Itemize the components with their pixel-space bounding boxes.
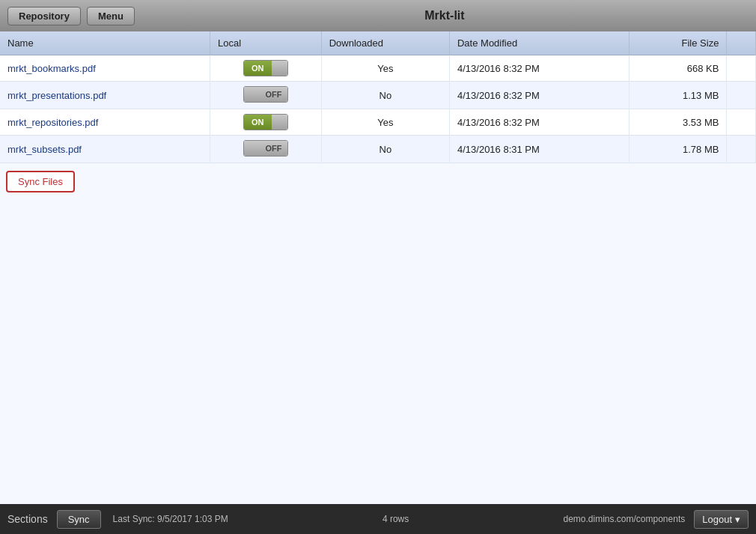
toggle-button[interactable]: ON: [243, 114, 288, 130]
cell-name: mrkt_subsets.pdf: [0, 136, 210, 163]
toggle-circle: [272, 61, 287, 76]
cell-extra: [727, 55, 756, 82]
cell-extra: [727, 109, 756, 136]
toggle-circle: [244, 87, 260, 102]
toggle-off-label: OFF: [260, 87, 287, 102]
repository-button[interactable]: Repository: [7, 7, 81, 25]
table-row: mrkt_repositories.pdf ON Yes4/13/2016 8:…: [0, 109, 756, 136]
footer-sync-button[interactable]: Sync: [57, 510, 101, 529]
col-date-modified: Date Modified: [449, 31, 629, 55]
toggle-button[interactable]: OFF: [243, 140, 288, 157]
cell-file-size: 668 KB: [630, 55, 727, 82]
cell-local[interactable]: OFF: [210, 136, 321, 163]
app-title: Mrkt-lit: [141, 9, 749, 22]
cell-date-modified: 4/13/2016 8:32 PM: [449, 55, 629, 82]
toggle-circle: [272, 115, 287, 130]
cell-file-size: 1.13 MB: [630, 82, 727, 109]
col-extra: [727, 31, 756, 55]
table-header-row: Name Local Downloaded Date Modified File…: [0, 31, 756, 55]
cell-extra: [727, 82, 756, 109]
cell-date-modified: 4/13/2016 8:32 PM: [449, 109, 629, 136]
toggle-on-label: ON: [244, 115, 272, 130]
col-downloaded: Downloaded: [321, 31, 449, 55]
col-file-size: File Size: [630, 31, 727, 55]
table-body: mrkt_bookmarks.pdf ON Yes4/13/2016 8:32 …: [0, 55, 756, 163]
footer-sections-label: Sections: [7, 513, 48, 525]
col-local: Local: [210, 31, 321, 55]
logout-label: Logout: [702, 514, 732, 525]
footer-row-count: 4 rows: [237, 514, 555, 524]
footer: Sections Sync Last Sync: 9/5/2017 1:03 P…: [0, 504, 756, 534]
table-row: mrkt_subsets.pdf OFF No4/13/2016 8:31 PM…: [0, 136, 756, 163]
cell-downloaded: No: [321, 136, 449, 163]
cell-name: mrkt_repositories.pdf: [0, 109, 210, 136]
cell-downloaded: No: [321, 82, 449, 109]
cell-local[interactable]: OFF: [210, 82, 321, 109]
footer-url: demo.dimins.com/components: [563, 514, 685, 524]
col-name: Name: [0, 31, 210, 55]
table-row: mrkt_presentations.pdf OFF No4/13/2016 8…: [0, 82, 756, 109]
table-row: mrkt_bookmarks.pdf ON Yes4/13/2016 8:32 …: [0, 55, 756, 82]
cell-date-modified: 4/13/2016 8:32 PM: [449, 82, 629, 109]
cell-name: mrkt_presentations.pdf: [0, 82, 210, 109]
cell-date-modified: 4/13/2016 8:31 PM: [449, 136, 629, 163]
cell-local[interactable]: ON: [210, 109, 321, 136]
cell-downloaded: Yes: [321, 55, 449, 82]
cell-local[interactable]: ON: [210, 55, 321, 82]
toggle-button[interactable]: ON: [243, 60, 288, 76]
cell-downloaded: Yes: [321, 109, 449, 136]
main-content: Name Local Downloaded Date Modified File…: [0, 31, 756, 504]
menu-button[interactable]: Menu: [87, 7, 135, 25]
cell-extra: [727, 136, 756, 163]
toggle-on-label: ON: [244, 61, 272, 76]
logout-button[interactable]: Logout ▾: [694, 510, 749, 529]
file-table: Name Local Downloaded Date Modified File…: [0, 31, 756, 163]
toggle-circle: [244, 141, 260, 156]
toggle-button[interactable]: OFF: [243, 86, 288, 103]
footer-last-sync: Last Sync: 9/5/2017 1:03 PM: [113, 514, 228, 524]
cell-file-size: 1.78 MB: [630, 136, 727, 163]
sync-files-button[interactable]: Sync Files: [6, 171, 75, 192]
cell-file-size: 3.53 MB: [630, 109, 727, 136]
header: Repository Menu Mrkt-lit: [0, 0, 756, 31]
toggle-off-label: OFF: [260, 141, 287, 156]
cell-name: mrkt_bookmarks.pdf: [0, 55, 210, 82]
logout-chevron-icon: ▾: [735, 514, 740, 525]
